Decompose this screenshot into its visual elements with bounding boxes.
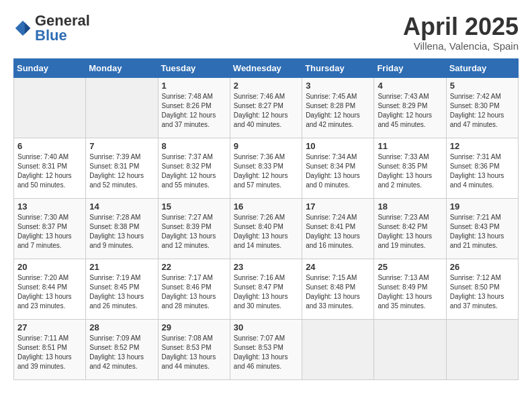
day-number: 16 (234, 201, 298, 212)
calendar-cell: 11Sunrise: 7:33 AM Sunset: 8:35 PM Dayli… (374, 138, 446, 198)
week-row-4: 20Sunrise: 7:20 AM Sunset: 8:44 PM Dayli… (14, 259, 519, 319)
day-number: 10 (306, 141, 370, 151)
calendar-cell: 14Sunrise: 7:28 AM Sunset: 8:38 PM Dayli… (86, 198, 158, 259)
calendar-cell: 20Sunrise: 7:20 AM Sunset: 8:44 PM Dayli… (14, 259, 86, 319)
day-number: 28 (89, 322, 154, 332)
calendar-cell: 17Sunrise: 7:24 AM Sunset: 8:41 PM Dayli… (302, 198, 374, 259)
page-header: General Blue April 2025 Villena, Valenci… (13, 13, 519, 52)
calendar-cell: 1Sunrise: 7:48 AM Sunset: 8:26 PM Daylig… (158, 77, 230, 138)
calendar-cell: 18Sunrise: 7:23 AM Sunset: 8:42 PM Dayli… (374, 198, 446, 259)
day-number: 21 (89, 262, 154, 272)
day-number: 9 (234, 141, 298, 151)
calendar-cell: 16Sunrise: 7:26 AM Sunset: 8:40 PM Dayli… (230, 198, 302, 259)
day-info: Sunrise: 7:20 AM Sunset: 8:44 PM Dayligh… (17, 273, 82, 311)
week-row-5: 27Sunrise: 7:11 AM Sunset: 8:51 PM Dayli… (14, 319, 519, 379)
calendar-cell: 28Sunrise: 7:09 AM Sunset: 8:52 PM Dayli… (86, 319, 158, 379)
day-info: Sunrise: 7:42 AM Sunset: 8:30 PM Dayligh… (450, 92, 515, 130)
calendar-cell (374, 319, 446, 379)
header-saturday: Saturday (446, 58, 518, 77)
calendar-cell: 9Sunrise: 7:36 AM Sunset: 8:33 PM Daylig… (230, 138, 302, 198)
day-number: 14 (89, 201, 154, 212)
day-info: Sunrise: 7:07 AM Sunset: 8:53 PM Dayligh… (234, 334, 298, 371)
day-number: 25 (378, 262, 442, 272)
calendar-table: SundayMondayTuesdayWednesdayThursdayFrid… (13, 58, 519, 380)
header-sunday: Sunday (14, 58, 86, 77)
day-number: 23 (234, 262, 298, 272)
day-info: Sunrise: 7:28 AM Sunset: 8:38 PM Dayligh… (89, 213, 154, 250)
day-number: 24 (306, 262, 370, 272)
day-number: 30 (234, 322, 298, 332)
day-info: Sunrise: 7:08 AM Sunset: 8:53 PM Dayligh… (162, 334, 226, 371)
day-number: 22 (162, 262, 226, 272)
calendar-cell: 24Sunrise: 7:15 AM Sunset: 8:48 PM Dayli… (302, 259, 374, 319)
day-number: 3 (306, 81, 370, 91)
day-number: 26 (450, 262, 515, 272)
calendar-cell: 23Sunrise: 7:16 AM Sunset: 8:47 PM Dayli… (230, 259, 302, 319)
week-row-1: 1Sunrise: 7:48 AM Sunset: 8:26 PM Daylig… (14, 77, 519, 138)
day-info: Sunrise: 7:24 AM Sunset: 8:41 PM Dayligh… (306, 213, 370, 250)
day-number: 4 (378, 81, 442, 91)
calendar-cell: 26Sunrise: 7:12 AM Sunset: 8:50 PM Dayli… (446, 259, 518, 319)
title-block: April 2025 Villena, Valencia, Spain (403, 13, 519, 52)
calendar-cell: 3Sunrise: 7:45 AM Sunset: 8:28 PM Daylig… (302, 77, 374, 138)
header-friday: Friday (374, 58, 446, 77)
day-info: Sunrise: 7:19 AM Sunset: 8:45 PM Dayligh… (89, 273, 154, 311)
day-info: Sunrise: 7:16 AM Sunset: 8:47 PM Dayligh… (234, 273, 298, 311)
logo-icon (13, 19, 32, 38)
calendar-cell: 13Sunrise: 7:30 AM Sunset: 8:37 PM Dayli… (14, 198, 86, 259)
day-number: 18 (378, 201, 442, 212)
day-info: Sunrise: 7:37 AM Sunset: 8:32 PM Dayligh… (162, 152, 226, 190)
calendar-cell: 25Sunrise: 7:13 AM Sunset: 8:49 PM Dayli… (374, 259, 446, 319)
calendar-cell (86, 77, 158, 138)
calendar-cell: 21Sunrise: 7:19 AM Sunset: 8:45 PM Dayli… (86, 259, 158, 319)
day-number: 11 (378, 141, 442, 151)
day-info: Sunrise: 7:33 AM Sunset: 8:35 PM Dayligh… (378, 152, 442, 190)
day-number: 8 (162, 141, 226, 151)
day-info: Sunrise: 7:36 AM Sunset: 8:33 PM Dayligh… (234, 152, 298, 190)
calendar-cell: 7Sunrise: 7:39 AM Sunset: 8:31 PM Daylig… (86, 138, 158, 198)
week-row-3: 13Sunrise: 7:30 AM Sunset: 8:37 PM Dayli… (14, 198, 519, 259)
day-info: Sunrise: 7:45 AM Sunset: 8:28 PM Dayligh… (306, 92, 370, 130)
calendar-cell (14, 77, 86, 138)
day-info: Sunrise: 7:31 AM Sunset: 8:36 PM Dayligh… (450, 152, 515, 190)
day-info: Sunrise: 7:15 AM Sunset: 8:48 PM Dayligh… (306, 273, 370, 311)
day-number: 15 (162, 201, 226, 212)
calendar-cell: 5Sunrise: 7:42 AM Sunset: 8:30 PM Daylig… (446, 77, 518, 138)
header-wednesday: Wednesday (230, 58, 302, 77)
calendar-cell: 29Sunrise: 7:08 AM Sunset: 8:53 PM Dayli… (158, 319, 230, 379)
day-info: Sunrise: 7:34 AM Sunset: 8:34 PM Dayligh… (306, 152, 370, 190)
calendar-cell: 2Sunrise: 7:46 AM Sunset: 8:27 PM Daylig… (230, 77, 302, 138)
day-number: 13 (17, 201, 82, 212)
day-number: 19 (450, 201, 515, 212)
day-info: Sunrise: 7:40 AM Sunset: 8:31 PM Dayligh… (17, 152, 82, 190)
day-info: Sunrise: 7:13 AM Sunset: 8:49 PM Dayligh… (378, 273, 442, 311)
day-info: Sunrise: 7:30 AM Sunset: 8:37 PM Dayligh… (17, 213, 82, 250)
calendar-cell: 4Sunrise: 7:43 AM Sunset: 8:29 PM Daylig… (374, 77, 446, 138)
subtitle: Villena, Valencia, Spain (403, 40, 519, 52)
day-number: 17 (306, 201, 370, 212)
day-number: 1 (162, 81, 226, 91)
header-monday: Monday (86, 58, 158, 77)
main-title: April 2025 (403, 13, 519, 40)
day-number: 20 (17, 262, 82, 272)
calendar-cell: 8Sunrise: 7:37 AM Sunset: 8:32 PM Daylig… (158, 138, 230, 198)
calendar-cell: 15Sunrise: 7:27 AM Sunset: 8:39 PM Dayli… (158, 198, 230, 259)
day-number: 2 (234, 81, 298, 91)
day-info: Sunrise: 7:11 AM Sunset: 8:51 PM Dayligh… (17, 334, 82, 371)
calendar-header-row: SundayMondayTuesdayWednesdayThursdayFrid… (14, 58, 519, 77)
calendar-cell: 19Sunrise: 7:21 AM Sunset: 8:43 PM Dayli… (446, 198, 518, 259)
day-info: Sunrise: 7:26 AM Sunset: 8:40 PM Dayligh… (234, 213, 298, 250)
calendar-cell (302, 319, 374, 379)
day-info: Sunrise: 7:27 AM Sunset: 8:39 PM Dayligh… (162, 213, 226, 250)
day-number: 6 (17, 141, 82, 151)
day-info: Sunrise: 7:09 AM Sunset: 8:52 PM Dayligh… (89, 334, 154, 371)
calendar-cell: 6Sunrise: 7:40 AM Sunset: 8:31 PM Daylig… (14, 138, 86, 198)
header-thursday: Thursday (302, 58, 374, 77)
calendar-cell: 30Sunrise: 7:07 AM Sunset: 8:53 PM Dayli… (230, 319, 302, 379)
day-info: Sunrise: 7:17 AM Sunset: 8:46 PM Dayligh… (162, 273, 226, 311)
week-row-2: 6Sunrise: 7:40 AM Sunset: 8:31 PM Daylig… (14, 138, 519, 198)
calendar-cell: 10Sunrise: 7:34 AM Sunset: 8:34 PM Dayli… (302, 138, 374, 198)
calendar-cell: 27Sunrise: 7:11 AM Sunset: 8:51 PM Dayli… (14, 319, 86, 379)
day-info: Sunrise: 7:21 AM Sunset: 8:43 PM Dayligh… (450, 213, 515, 250)
day-info: Sunrise: 7:48 AM Sunset: 8:26 PM Dayligh… (162, 92, 226, 130)
